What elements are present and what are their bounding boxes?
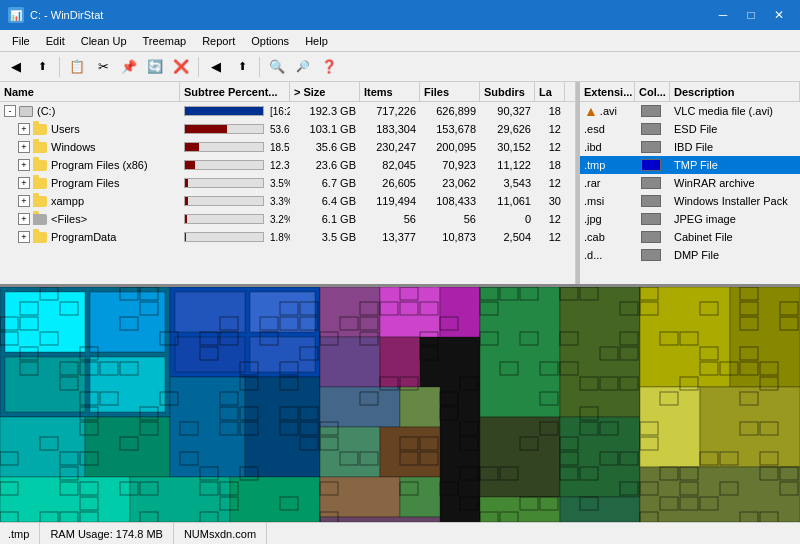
ext-row[interactable]: .rar WinRAR archive bbox=[580, 174, 800, 192]
menu-help[interactable]: Help bbox=[297, 30, 336, 51]
expand-icon[interactable]: + bbox=[18, 123, 30, 135]
tb-cut[interactable]: ✂ bbox=[91, 55, 115, 79]
treemap-canvas[interactable] bbox=[0, 287, 800, 522]
tree-row[interactable]: + Windows 18.5% 35.6 GB 230,247 200,095 … bbox=[0, 138, 575, 156]
color-swatch bbox=[641, 123, 661, 135]
menu-file[interactable]: File bbox=[4, 30, 38, 51]
color-swatch bbox=[641, 141, 661, 153]
col-header-items[interactable]: Items bbox=[360, 82, 420, 101]
ext-body[interactable]: ▲.avi VLC media file (.avi) .esd ESD Fil… bbox=[580, 102, 800, 284]
menu-treemap[interactable]: Treemap bbox=[135, 30, 195, 51]
tb-refresh[interactable]: 🔄 bbox=[143, 55, 167, 79]
ram-value: 174.8 MB bbox=[116, 528, 163, 540]
tree-cell-subtree: 3.5% bbox=[180, 174, 290, 192]
ext-row-selected[interactable]: .tmp TMP File bbox=[580, 156, 800, 174]
tb-paste[interactable]: 📌 bbox=[117, 55, 141, 79]
tree-cell-subtree: 12.3% bbox=[180, 156, 290, 174]
tree-row[interactable]: + ProgramData 1.8% 3.5 GB 13,377 10,873 … bbox=[0, 228, 575, 246]
tree-cell-size: 6.1 GB bbox=[290, 210, 360, 228]
ext-row[interactable]: .d... DMP File bbox=[580, 246, 800, 264]
tb-up2[interactable]: ⬆ bbox=[230, 55, 254, 79]
tb-zoomout[interactable]: 🔎 bbox=[291, 55, 315, 79]
ext-cell-desc: ESD File bbox=[670, 120, 800, 138]
bar-container bbox=[184, 106, 264, 116]
bar-text: 18.5% bbox=[270, 142, 290, 153]
treemap-panel[interactable] bbox=[0, 287, 800, 522]
tree-row[interactable]: + Program Files (x86) 12.3% 23.6 GB 82,0… bbox=[0, 156, 575, 174]
row-name: (C:) bbox=[37, 105, 55, 117]
title-bar: 📊 C: - WinDirStat ─ □ ✕ bbox=[0, 0, 800, 30]
ext-col-header-col[interactable]: Col... bbox=[635, 82, 670, 101]
tree-cell-items: 26,605 bbox=[360, 174, 420, 192]
folder-icon bbox=[33, 160, 47, 171]
ext-row[interactable]: .msi Windows Installer Pack bbox=[580, 192, 800, 210]
tree-cell-subtree: [16:29 s] bbox=[180, 102, 290, 120]
maximize-button[interactable]: □ bbox=[738, 5, 764, 25]
row-name: Program Files bbox=[51, 177, 119, 189]
minimize-button[interactable]: ─ bbox=[710, 5, 736, 25]
bar-fill bbox=[185, 143, 199, 151]
tree-cell-name: - (C:) bbox=[0, 102, 180, 120]
ext-col-header-ext[interactable]: Extensi... bbox=[580, 82, 635, 101]
menu-cleanup[interactable]: Clean Up bbox=[73, 30, 135, 51]
ext-cell-col bbox=[635, 138, 670, 156]
close-button[interactable]: ✕ bbox=[766, 5, 792, 25]
tree-row[interactable]: + Program Files 3.5% 6.7 GB 26,605 23,06… bbox=[0, 174, 575, 192]
ext-row[interactable]: .cab Cabinet File bbox=[580, 228, 800, 246]
col-header-la[interactable]: La bbox=[535, 82, 565, 101]
tb-delete[interactable]: ❌ bbox=[169, 55, 193, 79]
ext-header: Extensi... Col... Description bbox=[580, 82, 800, 102]
tree-cell-la: 12 bbox=[535, 120, 565, 138]
tree-row[interactable]: + xampp 3.3% 6.4 GB 119,494 108,433 11,0… bbox=[0, 192, 575, 210]
ext-row[interactable]: .esd ESD File bbox=[580, 120, 800, 138]
tree-cell-la: 18 bbox=[535, 156, 565, 174]
ext-row[interactable]: .jpg JPEG image bbox=[580, 210, 800, 228]
tree-cell-name: + <Files> bbox=[0, 210, 180, 228]
file-tree: Name Subtree Percent... > Size Items Fil… bbox=[0, 82, 576, 284]
menu-options[interactable]: Options bbox=[243, 30, 297, 51]
expand-icon[interactable]: + bbox=[18, 195, 30, 207]
expand-icon[interactable]: + bbox=[18, 213, 30, 225]
ext-cell-desc: VLC media file (.avi) bbox=[670, 102, 800, 120]
col-header-subtree[interactable]: Subtree Percent... bbox=[180, 82, 290, 101]
ext-row[interactable]: ▲.avi VLC media file (.avi) bbox=[580, 102, 800, 120]
tb-help[interactable]: ❓ bbox=[317, 55, 341, 79]
expand-icon[interactable]: + bbox=[18, 159, 30, 171]
expand-icon[interactable]: + bbox=[18, 177, 30, 189]
tb-zoomin[interactable]: 🔍 bbox=[265, 55, 289, 79]
menu-edit[interactable]: Edit bbox=[38, 30, 73, 51]
ext-cell-desc: TMP File bbox=[670, 156, 800, 174]
color-swatch bbox=[641, 159, 661, 171]
expand-icon[interactable]: - bbox=[4, 105, 16, 117]
tree-row[interactable]: - (C:) [16:29 s] 192.3 GB 717,226 626,89… bbox=[0, 102, 575, 120]
tree-cell-items: 230,247 bbox=[360, 138, 420, 156]
tree-cell-subdirs: 30,152 bbox=[480, 138, 535, 156]
col-header-subdirs[interactable]: Subdirs bbox=[480, 82, 535, 101]
window-title: C: - WinDirStat bbox=[30, 9, 103, 21]
tb-back[interactable]: ◀ bbox=[4, 55, 28, 79]
tb-back2[interactable]: ◀ bbox=[204, 55, 228, 79]
tree-cell-items: 717,226 bbox=[360, 102, 420, 120]
tree-row[interactable]: + Users 53.6% 103.1 GB 183,304 153,678 2… bbox=[0, 120, 575, 138]
tree-row[interactable]: + <Files> 3.2% 6.1 GB 56 56 0 12 bbox=[0, 210, 575, 228]
col-header-name[interactable]: Name bbox=[0, 82, 180, 101]
tree-cell-subdirs: 90,327 bbox=[480, 102, 535, 120]
tree-cell-subdirs: 11,061 bbox=[480, 192, 535, 210]
col-header-files[interactable]: Files bbox=[420, 82, 480, 101]
menu-bar: File Edit Clean Up Treemap Report Option… bbox=[0, 30, 800, 52]
expand-icon[interactable]: + bbox=[18, 141, 30, 153]
col-header-size[interactable]: > Size bbox=[290, 82, 360, 101]
folder-icon bbox=[33, 142, 47, 153]
tb-copy[interactable]: 📋 bbox=[65, 55, 89, 79]
ext-col-header-desc[interactable]: Description bbox=[670, 82, 800, 101]
ext-cell-ext: ▲.avi bbox=[580, 102, 635, 120]
color-swatch bbox=[641, 213, 661, 225]
ext-row[interactable]: .ibd IBD File bbox=[580, 138, 800, 156]
expand-icon[interactable]: + bbox=[18, 231, 30, 243]
tree-body[interactable]: - (C:) [16:29 s] 192.3 GB 717,226 626,89… bbox=[0, 102, 575, 284]
tb-up[interactable]: ⬆ bbox=[30, 55, 54, 79]
color-swatch bbox=[641, 231, 661, 243]
tree-cell-name: + Windows bbox=[0, 138, 180, 156]
ext-cell-col bbox=[635, 192, 670, 210]
menu-report[interactable]: Report bbox=[194, 30, 243, 51]
